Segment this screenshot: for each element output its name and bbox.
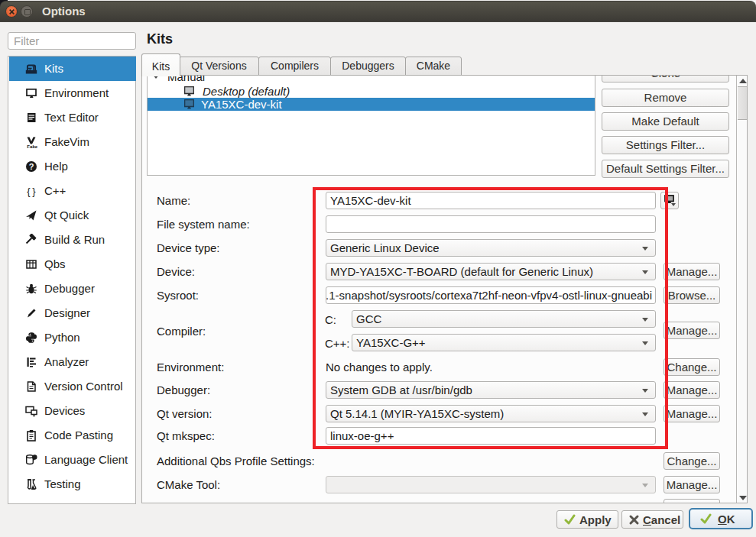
svg-text:{ }: { } [27, 186, 36, 197]
svg-text:Fake: Fake [27, 144, 37, 148]
svg-text:?: ? [29, 162, 34, 171]
